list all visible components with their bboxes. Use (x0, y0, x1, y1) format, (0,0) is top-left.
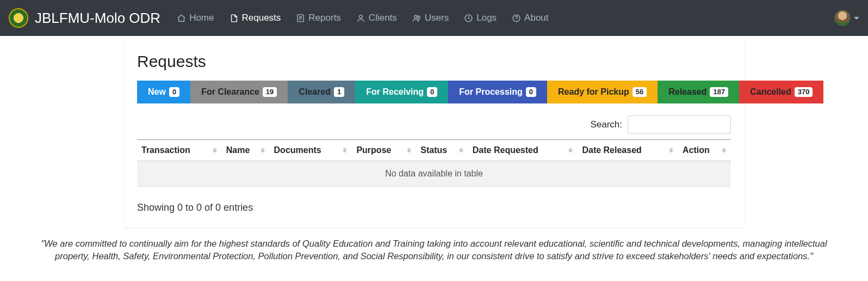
table-row-empty: No data available in table (137, 161, 731, 187)
tab-label: Released (668, 87, 706, 97)
tab-count: 19 (263, 87, 277, 97)
requests-table: Transaction Name Documents Purpose (137, 139, 731, 187)
tab-count: 0 (526, 87, 536, 97)
home-icon (177, 14, 186, 23)
col-date-requested[interactable]: Date Requested (468, 140, 578, 161)
users-icon (412, 14, 421, 23)
tab-label: For Receiving (366, 87, 424, 97)
tab-label: New (148, 87, 166, 97)
nav-label: Logs (476, 13, 497, 23)
tab-count: 1 (334, 87, 344, 97)
file-icon (230, 14, 239, 23)
search-input[interactable] (628, 115, 731, 134)
nav-item-about[interactable]: About (506, 8, 554, 28)
report-icon (296, 14, 305, 23)
tab-for-processing[interactable]: For Processing 0 (448, 81, 547, 103)
tab-cleared[interactable]: Cleared 1 (288, 81, 355, 103)
tab-count: 0 (169, 87, 179, 97)
tab-cancelled[interactable]: Cancelled 370 (739, 81, 823, 103)
chevron-down-icon (854, 17, 859, 20)
nav-label: About (524, 13, 548, 23)
tab-label: For Clearance (201, 87, 259, 97)
status-tabs: New 0 For Clearance 19 Cleared 1 For Rec… (137, 81, 731, 103)
nav-label: Requests (242, 13, 281, 23)
user-menu[interactable] (834, 10, 859, 26)
search-label: Search: (590, 119, 622, 130)
empty-message: No data available in table (137, 161, 731, 187)
tab-released[interactable]: Released 187 (658, 81, 739, 103)
tab-ready-for-pickup[interactable]: Ready for Pickup 56 (547, 81, 658, 103)
tab-label: Cancelled (750, 87, 791, 97)
nav-item-clients[interactable]: Clients (351, 8, 402, 28)
col-label: Documents (274, 145, 321, 155)
question-icon (512, 14, 521, 23)
col-label: Date Released (582, 145, 641, 155)
col-label: Name (226, 145, 250, 155)
top-navbar: JBLFMU-Molo ODR Home Requests Reports Cl… (0, 0, 868, 36)
tab-count: 370 (795, 87, 813, 97)
sort-icon (406, 148, 412, 153)
sort-icon (668, 148, 674, 153)
brand[interactable]: JBLFMU-Molo ODR (9, 8, 160, 28)
tab-new[interactable]: New 0 (137, 81, 190, 103)
nav-label: Home (189, 13, 214, 23)
tab-label: Cleared (299, 87, 331, 97)
tab-for-receiving[interactable]: For Receiving 0 (355, 81, 448, 103)
page-title: Requests (137, 52, 731, 71)
avatar (834, 10, 851, 26)
sort-icon (212, 148, 218, 153)
sort-icon (721, 148, 727, 153)
nav-item-home[interactable]: Home (171, 8, 219, 28)
col-label: Purpose (356, 145, 391, 155)
nav-item-users[interactable]: Users (407, 8, 454, 28)
col-purpose[interactable]: Purpose (352, 140, 416, 161)
tab-for-clearance[interactable]: For Clearance 19 (190, 81, 288, 103)
table-info: Showing 0 to 0 of 0 entries (137, 202, 731, 213)
col-date-released[interactable]: Date Released (578, 140, 678, 161)
tab-count: 56 (633, 87, 647, 97)
col-label: Status (420, 145, 447, 155)
sort-icon (342, 148, 348, 153)
tab-count: 0 (427, 87, 437, 97)
nav-item-reports[interactable]: Reports (290, 8, 346, 28)
nav-item-logs[interactable]: Logs (458, 8, 502, 28)
clock-icon (464, 14, 473, 23)
nav-item-requests[interactable]: Requests (224, 8, 287, 28)
nav-label: Reports (308, 13, 341, 23)
col-label: Action (683, 145, 710, 155)
tab-label: Ready for Pickup (558, 87, 629, 97)
search-row: Search: (137, 115, 731, 134)
tab-label: For Processing (459, 87, 522, 97)
sort-icon (260, 148, 265, 153)
col-documents[interactable]: Documents (270, 140, 352, 161)
sort-icon (458, 148, 464, 153)
col-label: Date Requested (473, 145, 538, 155)
col-label: Transaction (141, 145, 190, 155)
sort-icon (568, 148, 573, 153)
col-status[interactable]: Status (416, 140, 468, 161)
col-name[interactable]: Name (222, 140, 270, 161)
tab-count: 187 (710, 87, 728, 97)
col-transaction[interactable]: Transaction (137, 140, 222, 161)
brand-title: JBLFMU-Molo ODR (35, 10, 160, 27)
footer-quote: "We are committed to continually aim for… (26, 237, 842, 262)
brand-logo-icon (9, 8, 28, 28)
nav-label: Users (425, 13, 449, 23)
nav-label: Clients (369, 13, 397, 23)
svg-point-2 (414, 15, 417, 18)
svg-point-1 (359, 15, 363, 18)
svg-point-3 (418, 16, 420, 18)
requests-card: Requests New 0 For Clearance 19 Cleared … (124, 40, 744, 228)
user-icon (356, 14, 365, 23)
col-action[interactable]: Action (678, 140, 731, 161)
svg-point-6 (516, 20, 517, 20)
nav-links: Home Requests Reports Clients Users Logs… (171, 8, 554, 28)
